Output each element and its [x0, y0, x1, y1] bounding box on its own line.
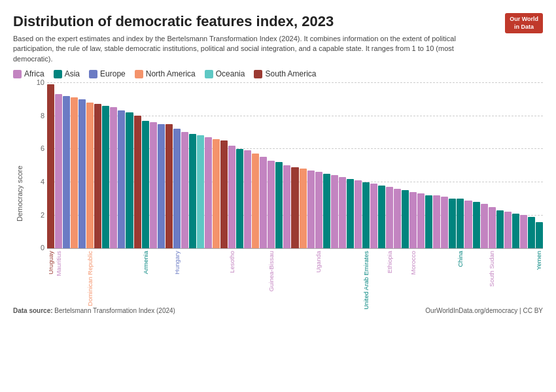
bar-wrapper — [213, 82, 220, 248]
bar[interactable] — [181, 132, 188, 248]
bar[interactable] — [536, 222, 543, 249]
bar[interactable] — [362, 182, 370, 249]
bar-wrapper — [142, 82, 149, 248]
bar[interactable] — [283, 165, 290, 248]
bar[interactable] — [378, 186, 385, 249]
bar[interactable] — [78, 99, 86, 249]
bar[interactable] — [504, 212, 512, 248]
bar[interactable] — [528, 217, 535, 248]
bar[interactable] — [142, 121, 149, 249]
bar[interactable] — [213, 139, 220, 249]
x-axis-label: Ethiopia — [387, 251, 393, 273]
bar[interactable] — [291, 167, 298, 248]
bar-wrapper — [323, 82, 330, 248]
bar-wrapper — [268, 82, 275, 248]
bar[interactable] — [331, 175, 338, 248]
bar-wrapper — [520, 82, 527, 248]
bar[interactable] — [165, 124, 173, 249]
bar[interactable] — [481, 204, 488, 249]
bar-wrapper — [275, 82, 283, 248]
bar-wrapper — [110, 82, 117, 248]
legend-item-europe: Europe — [89, 69, 126, 78]
bar[interactable] — [55, 94, 62, 248]
bar[interactable] — [457, 199, 464, 248]
bar[interactable] — [520, 215, 527, 248]
x-label-wrapper: Morocco — [409, 251, 417, 274]
bar[interactable] — [402, 190, 409, 248]
bar-wrapper — [134, 82, 141, 248]
chart-subtitle: Based on the expert estimates and index … — [13, 34, 458, 64]
bar-wrapper — [536, 82, 543, 248]
y-tick-label: 10 — [26, 78, 44, 86]
bar[interactable] — [47, 84, 54, 248]
bar[interactable] — [394, 189, 401, 248]
bar[interactable] — [205, 137, 212, 248]
bar[interactable] — [464, 201, 472, 249]
bar[interactable] — [355, 180, 362, 248]
x-axis-label: China — [457, 251, 464, 267]
bar[interactable] — [433, 195, 440, 248]
bar[interactable] — [110, 107, 117, 248]
bar-wrapper — [449, 82, 456, 248]
bar[interactable] — [441, 197, 448, 248]
bar[interactable] — [347, 179, 354, 249]
bar[interactable] — [496, 210, 504, 248]
bar[interactable] — [473, 202, 480, 248]
bar[interactable] — [275, 162, 283, 248]
bar[interactable] — [118, 110, 125, 248]
bar-wrapper — [150, 82, 157, 248]
bar[interactable] — [220, 140, 228, 248]
x-axis-label: Uganda — [315, 251, 322, 272]
bar[interactable] — [228, 146, 235, 248]
bar-wrapper — [417, 82, 425, 248]
bar-wrapper — [331, 82, 338, 248]
x-axis-label: Armenia — [143, 251, 149, 274]
bar-wrapper — [481, 82, 488, 248]
x-label-wrapper: United Arab Emirates — [362, 251, 370, 310]
bar[interactable] — [158, 124, 165, 249]
bar[interactable] — [126, 112, 133, 248]
bar[interactable] — [94, 104, 101, 248]
bar-wrapper — [300, 82, 307, 248]
bar[interactable] — [307, 171, 315, 248]
bar[interactable] — [150, 122, 157, 248]
bar[interactable] — [236, 149, 243, 248]
bar[interactable] — [425, 195, 432, 248]
bar[interactable] — [512, 214, 519, 248]
bar[interactable] — [244, 150, 251, 248]
bar[interactable] — [315, 172, 322, 248]
bar[interactable] — [386, 187, 393, 248]
bar[interactable] — [339, 177, 346, 248]
bar[interactable] — [489, 207, 496, 249]
bar[interactable] — [189, 134, 196, 248]
bar[interactable] — [260, 157, 267, 248]
bar-wrapper — [315, 82, 322, 248]
bar-wrapper — [355, 82, 362, 248]
bar-wrapper — [197, 82, 204, 248]
bar[interactable] — [268, 161, 275, 249]
bar[interactable] — [86, 103, 94, 249]
footer-url: OurWorldInData.org/democracy | CC BY — [425, 307, 543, 314]
bar-wrapper — [339, 82, 346, 248]
bar[interactable] — [252, 154, 259, 248]
bar[interactable] — [102, 106, 109, 248]
x-axis-label: South Sudan — [489, 251, 495, 287]
bar[interactable] — [300, 169, 307, 248]
bar[interactable] — [71, 97, 78, 248]
bar[interactable] — [323, 174, 330, 248]
bar[interactable] — [449, 199, 456, 248]
bar-wrapper — [78, 82, 86, 248]
x-axis-label: United Arab Emirates — [363, 251, 370, 310]
bar[interactable] — [370, 184, 377, 248]
bar-wrapper — [165, 82, 173, 248]
bar[interactable] — [63, 96, 70, 249]
bar-wrapper — [504, 82, 512, 248]
bar[interactable] — [417, 193, 425, 248]
bar[interactable] — [134, 116, 141, 248]
bar[interactable] — [197, 135, 204, 248]
y-tick-label: 0 — [26, 244, 44, 252]
bar[interactable] — [173, 129, 181, 248]
bar-wrapper — [181, 82, 188, 248]
bar[interactable] — [409, 192, 417, 248]
bar-wrapper — [378, 82, 385, 248]
